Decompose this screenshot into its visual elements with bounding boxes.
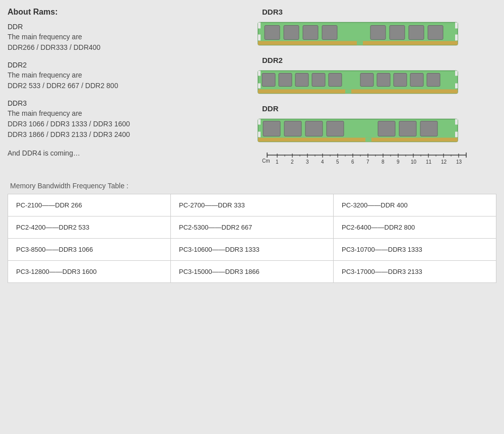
bottom-section: Memory Bandwidth Frequency Table : PC-21…	[8, 182, 496, 283]
svg-rect-9	[409, 26, 424, 40]
table-cell: PC3-10700——DDR3 1333	[334, 239, 496, 261]
table-cell: PC-2100——DDR 266	[8, 194, 171, 216]
svg-rect-20	[295, 74, 308, 87]
svg-text:4: 4	[321, 159, 324, 165]
ddr2-section: DDR2 The main frequency are DDR2 533 / D…	[8, 61, 247, 91]
table-cell: PC2-4200——DDR2 533	[8, 216, 171, 239]
svg-rect-23	[360, 74, 373, 87]
svg-rect-7	[370, 26, 386, 40]
ddr-section: DDR The main frequency are DDR266 / DDR3…	[8, 23, 247, 53]
ddr2-diagram-item: DDR2	[257, 56, 469, 100]
table-row: PC-2100——DDR 266 PC-2700——DDR 333 PC-320…	[8, 194, 496, 216]
table-row: PC3-8500——DDR3 1066 PC3-10600——DDR3 1333…	[8, 239, 496, 261]
ddr2-diagram-label: DDR2	[262, 56, 469, 64]
ddr3-desc3: DDR3 1866 / DDR3 2133 / DDR3 2400	[8, 129, 247, 140]
ddr-diagram-label: DDR	[262, 104, 469, 113]
svg-text:1: 1	[276, 159, 279, 165]
svg-text:9: 9	[397, 159, 400, 165]
svg-rect-27	[427, 74, 440, 87]
ddr-desc1: The main frequency are	[8, 32, 247, 42]
table-cell: PC2-6400——DDR2 800	[334, 216, 496, 239]
svg-rect-5	[303, 26, 318, 40]
svg-rect-36	[284, 121, 301, 136]
ddr-stick-svg	[257, 114, 459, 147]
svg-rect-8	[390, 26, 405, 40]
svg-rect-12	[258, 35, 261, 41]
svg-rect-39	[378, 121, 395, 136]
svg-rect-18	[262, 74, 275, 87]
ddr-desc2: DDR266 / DDR333 / DDR400	[8, 42, 247, 53]
ddr3-diagram-item: DDR3	[257, 8, 469, 52]
svg-rect-42	[258, 119, 261, 125]
svg-rect-38	[327, 121, 344, 136]
svg-rect-37	[305, 121, 323, 136]
svg-rect-34	[365, 138, 371, 142]
frequency-table: PC-2100——DDR 266 PC-2700——DDR 333 PC-320…	[8, 194, 496, 283]
ddr2-type-label: DDR2	[8, 61, 247, 69]
svg-rect-19	[279, 74, 292, 87]
table-row: PC3-12800——DDR3 1600 PC3-15000——DDR3 186…	[8, 261, 496, 283]
left-panel: About Rams: DDR The main frequency are D…	[8, 8, 247, 172]
svg-text:5: 5	[336, 159, 339, 165]
table-cell: PC2-5300——DDR2 667	[171, 216, 334, 239]
table-cell: PC3-15000——DDR3 1866	[171, 261, 334, 283]
svg-text:11: 11	[426, 159, 432, 165]
svg-text:Cm: Cm	[262, 158, 270, 164]
colon: :	[55, 8, 57, 16]
about-title-text: About Rams	[8, 8, 55, 16]
ddr3-type-label: DDR3	[8, 99, 247, 107]
table-title: Memory Bandwidth Frequency Table :	[10, 182, 496, 190]
svg-rect-43	[258, 132, 261, 137]
svg-rect-4	[284, 26, 299, 40]
svg-rect-25	[394, 74, 407, 87]
ram-diagram: DDR3	[257, 8, 469, 172]
svg-rect-31	[455, 84, 458, 89]
svg-rect-13	[455, 23, 458, 29]
svg-rect-22	[329, 74, 342, 87]
ddr2-desc2: DDR2 533 / DDR2 667 / DDR2 800	[8, 81, 247, 91]
ddr2-stick-svg	[257, 66, 459, 99]
svg-text:7: 7	[366, 159, 369, 165]
svg-rect-17	[345, 90, 351, 94]
svg-rect-35	[263, 121, 280, 136]
ddr3-section: DDR3 The main frequency are DDR3 1066 / …	[8, 99, 247, 140]
table-cell: PC3-17000——DDR3 2133	[334, 261, 496, 283]
ddr-diagram-item: DDR	[257, 104, 469, 149]
ddr3-desc1: The main frequency are	[8, 108, 247, 119]
svg-rect-26	[410, 74, 423, 87]
svg-text:13: 13	[456, 159, 462, 165]
about-title: About Rams:	[8, 8, 247, 17]
svg-rect-2	[357, 41, 363, 45]
svg-text:12: 12	[441, 159, 447, 165]
table-cell: PC3-8500——DDR3 1066	[8, 239, 171, 261]
svg-text:3: 3	[306, 159, 309, 165]
svg-rect-45	[455, 132, 458, 137]
svg-text:10: 10	[411, 159, 417, 165]
svg-rect-10	[428, 26, 443, 40]
main-content: About Rams: DDR The main frequency are D…	[8, 8, 496, 172]
svg-rect-14	[455, 35, 458, 41]
table-cell: PC3-12800——DDR3 1600	[8, 261, 171, 283]
ddr3-desc2: DDR3 1066 / DDR3 1333 / DDR3 1600	[8, 119, 247, 129]
table-row: PC2-4200——DDR2 533 PC2-5300——DDR2 667 PC…	[8, 216, 496, 239]
svg-text:2: 2	[291, 159, 294, 165]
svg-rect-30	[455, 71, 458, 76]
svg-text:8: 8	[382, 159, 385, 165]
svg-rect-33	[258, 138, 458, 142]
ddr-type-label: DDR	[8, 23, 247, 31]
table-cell: PC-3200——DDR 400	[334, 194, 496, 216]
svg-rect-28	[258, 71, 261, 76]
right-panel: DDR3	[257, 8, 496, 172]
table-cell: PC-2700——DDR 333	[171, 194, 334, 216]
svg-rect-16	[258, 90, 458, 94]
table-cell: PC3-10600——DDR3 1333	[171, 239, 334, 261]
ddr4-section: And DDR4 is coming…	[8, 148, 247, 159]
svg-rect-6	[322, 26, 337, 40]
svg-rect-44	[455, 119, 458, 125]
ddr3-diagram-label: DDR3	[262, 8, 469, 16]
svg-text:6: 6	[351, 159, 354, 165]
svg-rect-3	[265, 26, 280, 40]
svg-rect-29	[258, 84, 261, 89]
ruler-svg: Cm 1 2 3 4 5 6 7 8 9 10 11 12 13	[262, 153, 469, 170]
svg-rect-40	[399, 121, 416, 136]
